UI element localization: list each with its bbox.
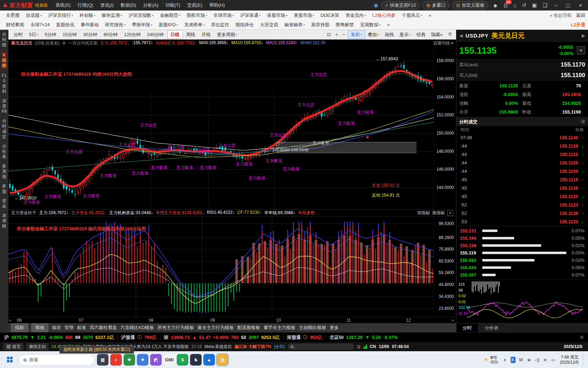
weather-widget[interactable]: ☀ 8°C晴朗 [483,355,498,364]
menu-item[interactable]: 帮助(H) [206,2,228,8]
tray-icon[interactable]: ≋ [543,357,548,363]
tray-icon[interactable]: M [519,357,524,363]
period-button[interactable]: 日线▾ [167,30,183,39]
news-highlight[interactable]: 鑫汇科 大幅下跌7% [234,344,271,350]
nav-item[interactable]: 期指持仓▾ [232,22,257,28]
chart-tool-button[interactable]: 复权▾ [348,30,365,39]
sidebar-item[interactable]: 龙虎榜 [1,213,7,229]
ticker-search-input[interactable] [295,344,351,349]
period-button[interactable]: 周线▾ [183,30,198,39]
template-tab[interactable]: 管理 [64,325,74,331]
gift-icon[interactable]: ▣ [531,2,538,8]
taskbar-app-icon[interactable]: ◐ [110,354,122,366]
nav-item[interactable]: 港股市场▾ [264,12,291,19]
chart-tool-button[interactable]: 经典▾ [414,30,428,39]
nav-item[interactable]: 事件驱动▾ [77,22,102,28]
menu-item[interactable]: 数据(D) [117,2,140,8]
nav-item[interactable]: 资金流向▾ [342,12,369,19]
expand-icon[interactable]: ⇱ [447,32,454,37]
sidebar-item[interactable]: 分时成交 [1,118,7,139]
nav-item[interactable]: 宏观数据▾ [357,22,384,28]
template-tab[interactable]: 六道顾比KD模板 [120,325,154,331]
taskbar-app-icon[interactable]: ✚ [124,354,135,366]
nav-item[interactable]: »▾ [426,12,434,19]
sidebar-item[interactable]: 资金 [1,198,7,209]
zoom-out-icon[interactable]: − [341,32,347,37]
add-watchlist-button[interactable]: + [577,46,585,55]
template-tab[interactable]: 配选股模板 [237,325,260,331]
quote-tab[interactable]: 分时 [456,323,478,332]
menu-item[interactable]: 交易(E) [184,2,206,8]
nav-item[interactable]: 个股风云▾ [399,12,426,19]
template-tab[interactable]: 更多 [330,325,339,331]
nav-item[interactable]: 大宗交易▾ [257,22,281,28]
sidebar-item[interactable]: 分价表 [1,144,7,159]
sz-index-name[interactable]: 深 [164,334,168,341]
layout-icon[interactable]: ❏ [541,2,548,8]
nav-item[interactable]: 金融期货▾ [157,12,184,19]
tray-icon[interactable]: ◁) [535,357,540,363]
period-button[interactable]: 60分钟▾ [101,30,120,39]
tray-icon[interactable]: ▭ [551,357,556,363]
template-tab[interactable]: 最全主力行为模板 [197,325,234,331]
tray-icon[interactable]: ∧ [503,357,507,363]
nav-item[interactable]: 沪深港通▾ [237,12,264,19]
start-button[interactable] [4,354,16,366]
period-button[interactable]: 分时▾ [11,30,26,39]
nav-item[interactable]: 席位监控▾ [208,22,232,28]
template-tab[interactable]: 标准 [77,325,86,331]
period-button[interactable]: 更多周期▾ [214,30,240,39]
prev-symbol-arrow[interactable]: ◀ [459,33,463,38]
multi-window-button[interactable]: ⊞多窗口 [422,1,449,9]
menu-item[interactable]: 资讯(I) [97,2,117,8]
period-button[interactable]: 240分钟▾ [144,30,167,39]
hgt-label[interactable]: 沪股通 [121,334,135,341]
assistant-icon[interactable]: ◉ [374,2,378,8]
menu-item[interactable]: 分析(A) [140,2,162,8]
message-button[interactable]: 留言 [4,343,23,350]
nav-item[interactable]: 全球7×24▾ [27,22,53,28]
nav-item[interactable]: 沪深京排行▾ [45,12,77,19]
template-tab[interactable]: 模板 [31,323,48,332]
sh-index-name[interactable]: 沪 [4,334,9,341]
alert-bell-icon[interactable]: Ω [357,344,360,349]
crosshair-icon[interactable]: ⊡ [325,32,332,37]
taskbar-app-icon[interactable]: S [177,354,188,366]
nav-item[interactable]: 高管持股▾ [308,22,332,28]
news-item[interactable]: Meta:美股盘前 [204,344,232,350]
home-icon[interactable]: ⌂ [512,2,518,8]
nav-item[interactable]: 研究报告▾ [102,22,129,28]
menu-item[interactable]: 功能(T) [162,2,184,8]
sidebar-item[interactable]: 多股 [1,184,7,194]
collapse-nav-button[interactable]: « 收起导航 [550,12,572,19]
template-tab[interactable]: 指标 [11,323,28,332]
nav-item[interactable]: 板块监测▾ [99,12,126,19]
nav-item[interactable]: 限售解禁▾ [332,22,357,28]
quote-tab[interactable]: 分价表 [478,323,505,332]
period-button[interactable]: 5分钟▾ [42,30,59,39]
period-button[interactable]: 5日▾ [26,30,41,39]
nav-item[interactable]: 季报年报▾ [129,22,156,28]
taskbar-app-icon[interactable]: GMI [163,354,175,366]
nav-item[interactable]: »▾ [384,22,393,28]
taskbar-app-icon[interactable]: ♞ [190,354,202,366]
market-bar-settings-icon[interactable]: ⚙ [580,335,584,340]
menu-item[interactable]: 行情(Q) [74,2,97,8]
user-icon[interactable]: ☻ [491,2,499,8]
swap-indicator-button[interactable]: 换指标 [432,210,445,216]
nav-item[interactable]: 美股市场▾ [290,12,317,19]
nav-item[interactable]: 期权市场▾ [183,12,210,19]
candlestick-chart[interactable] [8,47,434,209]
template-tab[interactable]: 量学全主力模板 [264,325,295,331]
template-tab[interactable]: 所有主力行为模板 [158,325,194,331]
undo-icon[interactable]: ↺ [520,2,528,8]
taskbar-app-icon[interactable]: ▦ [97,354,108,366]
main-station-button[interactable]: 最快主站 [26,343,49,350]
detail-more-link[interactable]: 详 [581,119,585,125]
taskbar-search[interactable]: 搜索 [19,354,94,366]
maximize-button[interactable]: ▢ [563,3,573,8]
taskbar-app-icon[interactable]: ▤ [217,354,228,366]
sidebar-item[interactable]: 分时图 [1,32,7,48]
nav-item[interactable]: 新股IPO▾ [155,22,181,28]
nav-item[interactable]: 全球市场▾ [210,12,237,19]
